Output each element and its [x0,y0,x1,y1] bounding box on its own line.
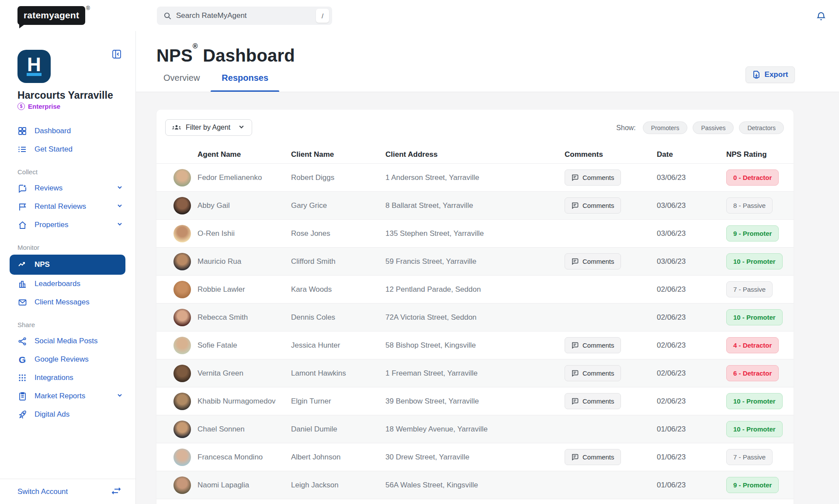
export-button[interactable]: Export [745,66,795,83]
sidebar-item-label: Dashboard [35,127,71,135]
table-header: Agent Name Client Name Client Address Co… [156,150,794,164]
sidebar-item-google-reviews[interactable]: G Google Reviews [0,350,136,369]
client-name: Robert Diggs [291,173,385,182]
table-body: Fedor Emelianenko Robert Diggs 1 Anderso… [156,164,794,499]
sidebar-item-nps[interactable]: NPS [0,255,136,275]
comments-button[interactable]: Comments [565,197,621,214]
client-name: Leigh Jackson [291,481,385,490]
nav-section-share: Share [0,321,136,328]
tab-overview[interactable]: Overview [153,73,211,92]
col-date: Date [657,150,726,159]
sidebar-item-label: Reviews [35,184,62,193]
registered-mark: ® [86,5,90,11]
sidebar-item-properties[interactable]: Properties [0,216,136,234]
show-pill-passives[interactable]: Passives [693,121,734,134]
sidebar-item-label: Leaderboards [35,280,80,288]
table-row: Francesca Mondino Albert Johnson 30 Drew… [156,443,794,471]
col-comments: Comments [565,150,657,159]
comments-button[interactable]: Comments [565,253,621,269]
table-row: Chael Sonnen Daniel Dumile 18 Wembley Av… [156,415,794,443]
sidebar-collapse-icon[interactable] [112,49,121,59]
show-pill-promoters[interactable]: Promoters [643,121,688,134]
nps-rating-badge: 10 - Promoter [726,309,783,325]
tab-responses[interactable]: Responses [211,73,279,92]
notifications-bell-icon[interactable] [815,10,828,23]
comment-bubble-icon [571,369,579,377]
table-row: Robbie Lawler Kara Woods 12 Pentland Par… [156,276,794,304]
comments-button[interactable]: Comments [565,449,621,465]
plan-badge-label: Enterprise [28,103,60,110]
ratemyagent-logo[interactable]: ratemyagent ® [17,6,90,25]
agent-name: Robbie Lawler [198,285,291,294]
bar-chart-icon [17,279,27,289]
client-address: 135 Stephen Street, Yarraville [385,229,565,238]
sidebar-item-rental-reviews[interactable]: Rental Reviews [0,197,136,216]
chevron-down-icon[interactable] [117,202,123,211]
client-name: Lamont Hawkins [291,369,385,378]
comments-button[interactable]: Comments [565,337,621,353]
agents-icon [172,124,181,131]
date-cell: 02/06/23 [657,369,726,378]
client-name: Dennis Coles [291,313,385,322]
sidebar-item-label: NPS [35,260,50,269]
avatar [173,197,191,214]
active-nav-pill[interactable]: NPS [10,255,125,275]
global-search[interactable]: / [157,7,332,25]
sidebar-item-client-messages[interactable]: Client Messages [0,293,136,311]
nps-rating-badge: 4 - Detractor [726,337,779,353]
switch-account-link[interactable]: Switch Account [17,487,68,496]
google-g-icon: G [17,355,27,364]
search-input[interactable] [176,11,316,20]
comments-button[interactable]: Comments [565,393,621,409]
date-cell: 02/06/23 [657,313,726,322]
client-address: 30 Drew Street, Yarraville [385,453,565,462]
table-row: Mauricio Rua Clifford Smith 59 Francis S… [156,248,794,276]
page-title-main: NPS [156,46,193,65]
chevron-down-icon[interactable] [117,392,123,400]
account-name: Harcourts Yarraville [17,90,113,101]
col-client-address: Client Address [385,150,565,159]
sidebar-item-get-started[interactable]: Get Started [0,140,136,159]
comments-button-label: Comments [582,369,614,377]
avatar [173,393,191,410]
page-title-rest: Dashboard [203,46,295,65]
nps-rating-badge: 10 - Promoter [726,253,783,269]
client-name: Albert Johnson [291,453,385,462]
chevron-down-icon[interactable] [117,221,123,229]
dashboard-grid-icon [17,126,27,136]
sidebar-item-market-reports[interactable]: Market Reports [0,387,136,405]
show-pill-detractors[interactable]: Detractors [739,121,784,134]
sidebar-item-integrations[interactable]: Integrations [0,369,136,387]
filter-by-agent-dropdown[interactable]: Filter by Agent [165,119,252,136]
sidebar-item-reviews[interactable]: Reviews [0,179,136,197]
envelope-icon [17,297,27,307]
sidebar-item-social-media-posts[interactable]: Social Media Posts [0,332,136,350]
sidebar-item-leaderboards[interactable]: Leaderboards [0,275,136,293]
comments-button[interactable]: Comments [565,169,621,186]
date-cell: 01/06/23 [657,453,726,462]
flag-icon [17,202,27,211]
nps-rating-badge: 8 - Passive [726,197,773,214]
agent-name: Mauricio Rua [198,257,291,266]
agency-logo-underline [27,73,42,76]
sidebar-item-digital-ads[interactable]: Digital Ads [0,405,136,424]
date-cell: 03/06/23 [657,173,726,182]
sidebar-item-label: Market Reports [35,392,85,400]
nps-rating-badge: 10 - Promoter [726,421,783,437]
page-title-registered: ® [193,42,198,50]
agency-logo: H [17,50,51,83]
table-row: Rebecca Smith Dennis Coles 72A Victoria … [156,304,794,331]
agent-name: O-Ren Ishii [198,229,291,238]
chevron-down-icon[interactable] [117,184,123,193]
swap-arrows-icon[interactable] [111,487,121,497]
comment-bubble-icon [571,258,579,265]
col-agent-name: Agent Name [198,150,291,159]
client-name: Jessica Hunter [291,341,385,350]
table-row: O-Ren Ishii Rose Jones 135 Stephen Stree… [156,220,794,248]
nps-rating-badge: 9 - Promoter [726,477,779,493]
logo-text: ratemyagent [24,10,79,20]
sidebar-item-dashboard[interactable]: Dashboard [0,122,136,140]
avatar [173,225,191,242]
date-cell: 01/06/23 [657,425,726,434]
comments-button[interactable]: Comments [565,365,621,381]
